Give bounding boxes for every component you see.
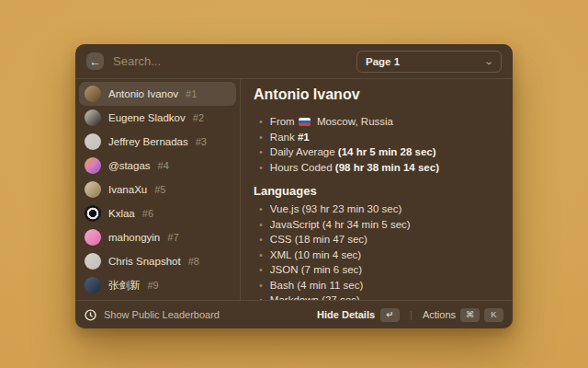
- list-item[interactable]: Kxlaa#6: [79, 201, 236, 225]
- bullet-item: •XML (10 min 4 sec): [254, 247, 500, 263]
- user-rank: #7: [167, 232, 178, 243]
- bullet-dot-icon: •: [259, 232, 263, 247]
- bullet-dot-icon: •: [259, 201, 263, 217]
- k-key-icon: K: [484, 308, 503, 322]
- bullet-dot-icon: •: [259, 160, 263, 176]
- bullet-value: #1: [298, 132, 310, 143]
- user-rank: #3: [196, 136, 207, 147]
- list-item[interactable]: Jeffrey Bernadas#3: [79, 130, 236, 154]
- user-rank: #9: [148, 280, 159, 291]
- user-name: @stagas: [108, 160, 151, 171]
- bullet-item: •CSS (18 min 47 sec): [254, 232, 500, 247]
- bullet-item: •Hours Coded (98 hr 38 min 14 sec): [254, 160, 500, 176]
- bullet-text: From Moscow, Russia: [270, 114, 393, 130]
- actions-button[interactable]: Actions ⌘ K: [423, 308, 503, 322]
- page-dropdown[interactable]: Page 1 ⌄: [356, 51, 502, 73]
- avatar: [85, 229, 101, 246]
- user-name: Chris Snapshot: [108, 256, 181, 267]
- avatar: [85, 157, 101, 174]
- list-item[interactable]: @stagas#4: [79, 154, 236, 178]
- bullet-dot-icon: •: [259, 293, 263, 300]
- bullet-text: Rank #1: [270, 130, 310, 145]
- bullet-dot-icon: •: [259, 262, 263, 278]
- bullet-item: •JavaScript (4 hr 34 min 5 sec): [254, 217, 500, 233]
- hide-details-button[interactable]: Hide Details ↵: [317, 308, 400, 322]
- user-name: mahongyin: [108, 232, 160, 243]
- bullet-dot-icon: •: [259, 217, 263, 233]
- footer-left: Show Public Leaderboard: [85, 309, 310, 321]
- avatar: [85, 253, 101, 270]
- list-item[interactable]: 张剑新#9: [79, 273, 236, 297]
- user-rank: #6: [142, 208, 153, 219]
- user-rank: #5: [154, 184, 165, 195]
- user-name: Eugene Sladkov: [108, 112, 186, 123]
- language-entry: CSS (18 min 47 sec): [270, 232, 368, 247]
- language-entry: Bash (4 min 11 sec): [270, 278, 363, 293]
- user-rank: #8: [188, 256, 199, 267]
- bullet-dot-icon: •: [259, 114, 263, 130]
- back-arrow-icon: ←: [90, 56, 101, 67]
- language-entry: XML (10 min 4 sec): [270, 247, 361, 263]
- back-button[interactable]: ←: [86, 52, 104, 70]
- enter-key-icon: ↵: [380, 308, 400, 322]
- profile-bullet-list: •From Moscow, Russia•Rank #1•Daily Avera…: [254, 114, 500, 175]
- bullet-item: •Daily Average (14 hr 5 min 28 sec): [254, 144, 500, 160]
- search-input[interactable]: [113, 54, 347, 68]
- bullet-value: (14 hr 5 min 28 sec): [338, 146, 436, 157]
- bullet-dot-icon: •: [259, 247, 263, 263]
- footer-divider: |: [410, 309, 413, 320]
- bullet-item: •Vue.js (93 hr 23 min 30 sec): [254, 201, 500, 217]
- list-item[interactable]: Antonio Ivanov#1: [79, 82, 236, 106]
- bullet-value: (98 hr 38 min 14 sec): [335, 162, 439, 173]
- user-rank: #1: [186, 88, 197, 99]
- detail-title: Antonio Ivanov: [254, 86, 500, 103]
- main-area: Antonio Ivanov#1Eugene Sladkov#2Jeffrey …: [75, 79, 513, 300]
- bullet-dot-icon: •: [259, 130, 263, 145]
- user-list: Antonio Ivanov#1Eugene Sladkov#2Jeffrey …: [75, 79, 241, 300]
- wakatime-clock-icon: [85, 309, 96, 321]
- list-item[interactable]: Chris Snapshot#8: [79, 249, 236, 273]
- languages-list: •Vue.js (93 hr 23 min 30 sec)•JavaScript…: [254, 201, 500, 300]
- cmd-key-icon: ⌘: [460, 308, 480, 322]
- user-rank: #4: [158, 160, 169, 171]
- actions-label: Actions: [423, 309, 456, 320]
- bullet-item: •Bash (4 min 11 sec): [254, 278, 500, 293]
- bullet-dot-icon: •: [259, 278, 263, 293]
- language-entry: Markdown (27 sec): [270, 293, 360, 300]
- language-entry: JSON (7 min 6 sec): [270, 262, 362, 278]
- user-name: Kxlaa: [108, 208, 135, 219]
- leaderboard-window: ← Page 1 ⌄ Antonio Ivanov#1Eugene Sladko…: [75, 44, 513, 328]
- avatar: [85, 181, 101, 198]
- hide-details-label: Hide Details: [317, 309, 375, 320]
- avatar: [85, 133, 101, 150]
- bullet-item: •Markdown (27 sec): [254, 293, 500, 300]
- list-item[interactable]: IvanaXu#5: [79, 178, 236, 201]
- footer-command-label: Show Public Leaderboard: [104, 309, 220, 320]
- bullet-item: •JSON (7 min 6 sec): [254, 262, 500, 278]
- user-name: Jeffrey Bernadas: [108, 136, 188, 147]
- bullet-text: Hours Coded (98 hr 38 min 14 sec): [270, 160, 439, 176]
- russia-flag-icon: [299, 118, 311, 126]
- top-bar: ← Page 1 ⌄: [75, 44, 513, 79]
- avatar: [85, 109, 101, 126]
- list-item[interactable]: mahongyin#7: [79, 225, 236, 249]
- language-entry: Vue.js (93 hr 23 min 30 sec): [270, 201, 401, 217]
- bullet-dot-icon: •: [259, 144, 263, 160]
- language-entry: JavaScript (4 hr 34 min 5 sec): [270, 217, 411, 233]
- avatar: [85, 205, 101, 222]
- user-name: 张剑新: [108, 279, 141, 293]
- list-item[interactable]: Eugene Sladkov#2: [79, 106, 236, 130]
- detail-panel: Antonio Ivanov •From Moscow, Russia•Rank…: [241, 79, 513, 300]
- avatar: [85, 277, 101, 293]
- bullet-item: •From Moscow, Russia: [254, 114, 500, 130]
- bullet-text: Daily Average (14 hr 5 min 28 sec): [270, 144, 436, 160]
- chevron-down-icon: ⌄: [483, 57, 494, 66]
- footer-bar: Show Public Leaderboard Hide Details ↵ |…: [75, 300, 513, 328]
- languages-heading: Languages: [254, 184, 500, 198]
- page-dropdown-value: Page 1: [366, 56, 400, 67]
- user-name: Antonio Ivanov: [108, 88, 178, 99]
- avatar: [85, 86, 101, 102]
- user-rank: #2: [193, 112, 204, 123]
- bullet-item: •Rank #1: [254, 130, 500, 145]
- user-name: IvanaXu: [108, 184, 147, 195]
